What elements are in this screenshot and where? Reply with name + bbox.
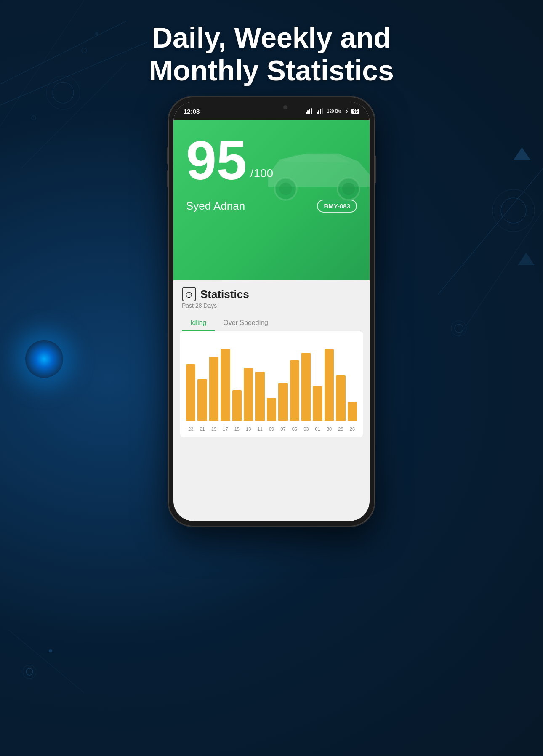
chart-x-label: 30	[325, 426, 334, 431]
chart-bar	[255, 372, 264, 421]
chart-x-label: 07	[278, 426, 287, 431]
svg-point-8	[32, 116, 36, 120]
svg-line-20	[8, 630, 84, 693]
svg-point-19	[49, 649, 52, 652]
bar-group	[255, 372, 264, 421]
deco-bottom-left	[8, 588, 93, 714]
chart-x-label: 17	[221, 426, 230, 431]
chart-bar	[278, 383, 287, 421]
status-icons: 129 B/s 95	[306, 108, 359, 114]
battery-level: 95	[351, 109, 359, 114]
deco-right	[438, 126, 543, 379]
stats-header: ◷ Statistics	[182, 287, 361, 301]
chart-x-label: 23	[186, 426, 195, 431]
svg-marker-9	[514, 147, 530, 160]
chart-bar	[313, 386, 322, 421]
score-value: 95	[186, 133, 247, 188]
phone-frame: 12:08 129 B/s	[168, 97, 375, 526]
volume-down-button	[167, 170, 168, 187]
bar-group	[348, 402, 357, 421]
chart-x-label: 28	[336, 426, 345, 431]
chart-x-label: 01	[313, 426, 322, 431]
chart-bar	[221, 349, 230, 421]
svg-point-31	[279, 183, 292, 195]
chart-x-label: 21	[197, 426, 207, 431]
driver-name: Syed Adnan	[186, 200, 245, 213]
tab-idling[interactable]: Idling	[182, 315, 215, 331]
chart-labels: 232119171513110907050301302826	[186, 424, 357, 431]
chart-bar	[325, 349, 334, 421]
phone-mockup: 12:08 129 B/s	[168, 97, 375, 526]
chart-bar	[232, 390, 242, 421]
svg-point-18	[23, 665, 36, 679]
svg-marker-10	[518, 253, 535, 265]
chart-bar	[197, 379, 207, 421]
stats-tabs: Idling Over Speeding	[182, 315, 361, 331]
data-speed: 129 B/s	[327, 109, 341, 114]
chart-x-label: 05	[290, 426, 299, 431]
svg-rect-28	[322, 108, 323, 114]
bar-group	[290, 360, 299, 421]
status-time: 12:08	[184, 108, 200, 115]
svg-point-13	[501, 198, 526, 223]
signal-icon	[306, 108, 313, 114]
bar-group	[313, 386, 322, 421]
chart-bar	[244, 368, 253, 421]
chart-bar	[290, 360, 299, 421]
svg-line-11	[438, 168, 543, 295]
chart-bar	[348, 402, 357, 421]
phone-screen: 12:08 129 B/s	[173, 102, 370, 521]
chart-bar	[209, 357, 218, 421]
chart-bar	[336, 375, 345, 421]
svg-rect-25	[317, 112, 318, 114]
svg-point-17	[26, 668, 33, 675]
svg-rect-26	[318, 110, 319, 114]
bar-group	[197, 379, 207, 421]
bar-group	[301, 353, 311, 421]
power-button	[375, 156, 376, 183]
svg-rect-22	[307, 110, 309, 114]
chart-x-label: 09	[267, 426, 276, 431]
svg-point-16	[451, 321, 466, 336]
chart-x-label: 03	[301, 426, 311, 431]
score-card: 95/100 Syed Adnan BMY-083	[173, 120, 370, 280]
chart-x-label: 13	[244, 426, 253, 431]
signal-icon-2	[317, 108, 324, 114]
svg-point-15	[455, 324, 463, 333]
bar-group	[209, 357, 218, 421]
statistics-section: ◷ Statistics Past 28 Days Idling Over Sp…	[173, 280, 370, 437]
header-section: Daily, Weekly and Monthly Statistics	[0, 21, 543, 87]
chart-x-label: 26	[348, 426, 357, 431]
svg-rect-21	[306, 112, 307, 114]
volume-up-button	[167, 147, 168, 164]
page-title: Daily, Weekly and Monthly Statistics	[0, 21, 543, 87]
chart-bars	[186, 340, 357, 424]
svg-point-33	[342, 183, 355, 195]
bar-group	[336, 375, 345, 421]
status-bar: 12:08 129 B/s	[173, 102, 370, 120]
chart-area: 232119171513110907050301302826	[180, 331, 363, 437]
bar-group	[244, 368, 253, 421]
bar-group	[267, 398, 276, 421]
bar-group	[186, 364, 195, 421]
bar-group	[325, 349, 334, 421]
chart-bar	[301, 353, 311, 421]
tab-over-speeding[interactable]: Over Speeding	[215, 315, 277, 331]
stats-title: Statistics	[200, 288, 249, 301]
stats-icon: ◷	[182, 287, 196, 301]
notch	[246, 102, 297, 114]
bar-group	[232, 390, 242, 421]
glow-circle	[25, 340, 63, 378]
charging-icon	[344, 108, 350, 114]
chart-x-label: 19	[209, 426, 218, 431]
bar-group	[221, 349, 230, 421]
chart-x-label: 15	[232, 426, 242, 431]
svg-marker-29	[346, 108, 348, 114]
svg-rect-23	[309, 109, 310, 114]
svg-rect-24	[311, 108, 312, 114]
chart-bar	[186, 364, 195, 421]
chart-bar	[267, 398, 276, 421]
bar-group	[278, 383, 287, 421]
svg-rect-27	[320, 109, 321, 114]
svg-point-14	[492, 189, 535, 232]
